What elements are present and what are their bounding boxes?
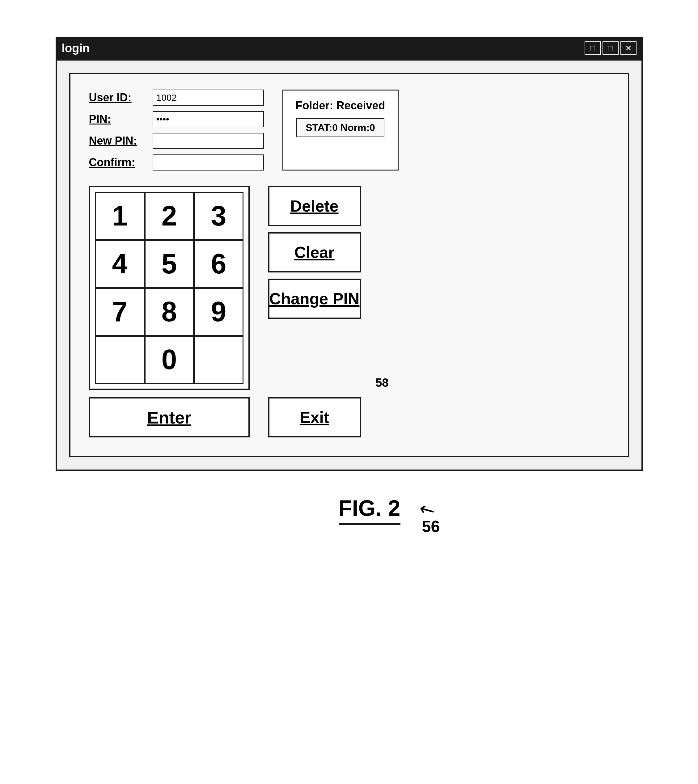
enter-button[interactable]: Enter <box>89 397 250 437</box>
newpin-input[interactable] <box>153 133 264 149</box>
exit-button[interactable]: Exit <box>268 397 361 437</box>
key-4[interactable]: 4 <box>95 240 145 288</box>
figure-label: FIG. 2 <box>339 496 401 525</box>
annotation-56-group: ↖ 56 <box>410 499 440 535</box>
pin-input[interactable] <box>153 111 264 127</box>
window-title: login <box>62 42 90 55</box>
action-buttons-top: Delete Clear Change PIN <box>268 186 361 319</box>
newpin-label-n: N <box>89 134 97 147</box>
restore-button[interactable]: □ <box>602 41 619 55</box>
confirm-input[interactable] <box>153 155 264 171</box>
folder-title: Folder: Received <box>296 99 385 112</box>
userid-input[interactable] <box>153 90 264 105</box>
pin-label-p: P <box>89 113 96 125</box>
window-controls: □ □ ✕ <box>584 41 637 55</box>
userid-label-u: U <box>89 91 97 104</box>
userid-label: User ID: <box>89 91 148 104</box>
newpin-label: New PIN: <box>89 134 148 147</box>
newpin-row: New PIN: <box>89 133 264 149</box>
close-button[interactable]: ✕ <box>620 41 637 55</box>
left-section: 1 2 3 4 5 6 7 8 9 0 Enter <box>89 186 250 437</box>
userid-row: User ID: <box>89 90 264 105</box>
right-section: Delete Clear Change PIN 58 Exit <box>268 186 361 437</box>
top-section: User ID: PIN: New PIN: <box>89 90 609 171</box>
action-buttons-bottom: Exit <box>268 397 361 437</box>
title-bar: login □ □ ✕ <box>56 37 643 59</box>
key-8[interactable]: 8 <box>145 288 194 336</box>
confirm-label: Confirm: <box>89 156 148 169</box>
minimize-button[interactable]: □ <box>584 41 601 55</box>
key-2[interactable]: 2 <box>145 192 194 240</box>
delete-button[interactable]: Delete <box>268 186 361 226</box>
annotation-58: 58 <box>375 376 388 390</box>
main-window: User ID: PIN: New PIN: <box>56 59 643 471</box>
clear-button[interactable]: Clear <box>268 232 361 272</box>
key-6[interactable]: 6 <box>194 240 244 288</box>
folder-panel: Folder: Received STAT:0 Norm:0 <box>282 90 399 171</box>
pin-label: PIN: <box>89 113 148 126</box>
confirm-label-m: m <box>121 156 131 169</box>
inner-content: User ID: PIN: New PIN: <box>69 73 629 457</box>
key-9[interactable]: 9 <box>194 288 244 336</box>
bottom-annotation: FIG. 2 ↖ 56 <box>258 496 440 535</box>
form-fields: User ID: PIN: New PIN: <box>89 90 264 171</box>
main-section: 1 2 3 4 5 6 7 8 9 0 Enter <box>89 186 609 437</box>
stat-box: STAT:0 Norm:0 <box>296 118 384 137</box>
confirm-row: Confirm: <box>89 155 264 171</box>
key-7[interactable]: 7 <box>95 288 145 336</box>
key-blank-left <box>95 336 145 384</box>
change-pin-button[interactable]: Change PIN <box>268 278 361 319</box>
key-3[interactable]: 3 <box>194 192 244 240</box>
numpad: 1 2 3 4 5 6 7 8 9 0 <box>89 186 250 390</box>
pin-row: PIN: <box>89 111 264 127</box>
key-blank-right <box>194 336 244 384</box>
key-5[interactable]: 5 <box>145 240 194 288</box>
key-0[interactable]: 0 <box>145 336 194 384</box>
key-1[interactable]: 1 <box>95 192 145 240</box>
